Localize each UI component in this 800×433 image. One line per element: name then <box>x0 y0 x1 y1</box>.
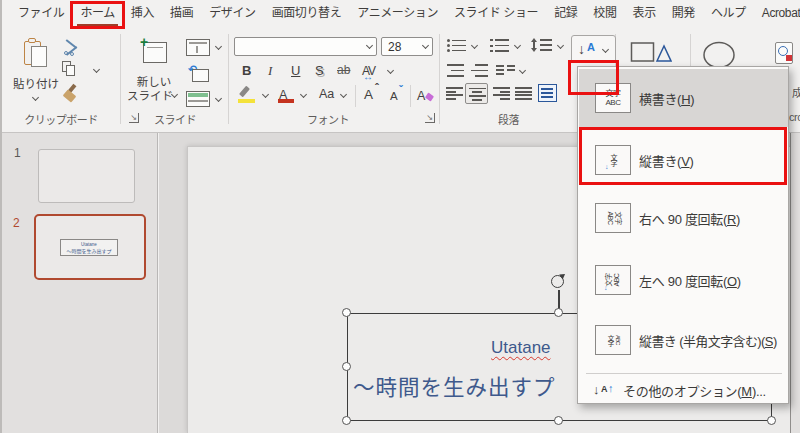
textbox-subtitle-text[interactable]: ～時間を生み出すプ <box>353 370 556 401</box>
vertical-text-icon: 文字 ↓ <box>595 145 631 175</box>
slide-layout-chevron[interactable] <box>215 43 222 50</box>
tab-record[interactable]: 記録 <box>546 0 585 29</box>
cut-icon[interactable] <box>64 41 80 56</box>
strikethrough-button[interactable]: ab <box>337 63 350 77</box>
tab-file[interactable]: ファイル <box>10 0 72 29</box>
handle-mid-left[interactable] <box>342 362 351 371</box>
italic-button[interactable]: I <box>268 63 272 79</box>
small-separator <box>355 85 356 107</box>
columns-icon[interactable] <box>496 64 515 77</box>
menu-item-rotate-right-90[interactable]: 文字ABC 右へ 90 度回転(R) <box>579 189 788 247</box>
character-spacing-chevron[interactable] <box>387 67 394 74</box>
numbered-list-chevron[interactable] <box>514 42 521 49</box>
handle-bottom-left[interactable] <box>342 416 351 425</box>
handle-top-center[interactable] <box>554 308 563 317</box>
align-right-icon[interactable] <box>493 87 510 100</box>
tab-acrobat[interactable]: Acrobat <box>754 0 800 29</box>
slide-2-thumbnail-selected[interactable]: Utatane ～時間を生み出すプ <box>34 214 146 280</box>
tab-home-label: ホーム <box>80 6 114 20</box>
rotate-handle[interactable] <box>551 275 564 288</box>
handle-bottom-center[interactable] <box>554 416 563 425</box>
handle-bottom-right[interactable] <box>767 416 776 425</box>
font-size-combobox[interactable]: 28 <box>381 37 433 56</box>
ribbon-tab-bar: ファイル ホーム 挿入 描画 デザイン 画面切り替え アニメーション スライド … <box>2 0 800 29</box>
grow-font-button[interactable]: A ˆ <box>364 85 382 105</box>
slide-thumbnail-panel: 1 2 Utatane ～時間を生み出すプ <box>2 133 158 433</box>
bullet-list-chevron[interactable] <box>471 42 478 49</box>
tab-developer[interactable]: 開発 <box>664 0 703 29</box>
tab-design[interactable]: デザイン <box>201 0 263 29</box>
numbered-list-icon[interactable] <box>490 39 509 52</box>
paste-button[interactable]: 貼り付け <box>10 35 62 109</box>
slide-1-thumbnail[interactable] <box>38 149 135 203</box>
tab-animations[interactable]: アニメーション <box>349 0 446 29</box>
line-spacing-icon[interactable] <box>531 38 553 53</box>
line-spacing-chevron[interactable] <box>557 42 564 49</box>
font-name-combobox[interactable] <box>234 37 377 56</box>
group-separator <box>120 34 121 124</box>
change-case-button[interactable]: Aa <box>319 87 334 101</box>
section-icon[interactable] <box>186 91 210 107</box>
tab-help[interactable]: ヘルプ <box>703 0 754 29</box>
highlight-pen-chevron[interactable] <box>262 91 269 98</box>
grow-font-label: A <box>364 87 373 102</box>
font-color-chevron[interactable] <box>300 91 307 98</box>
tab-slideshow[interactable]: スライド ショー <box>446 0 546 29</box>
font-group-label: フォント <box>230 111 426 127</box>
align-text-icon[interactable] <box>538 84 557 102</box>
menu-item-rotate-left-90[interactable]: 文字ABC ↓ 左へ 90 度回転(O) <box>579 251 788 309</box>
shrink-font-button[interactable]: A ˇ <box>390 86 408 106</box>
menu-item-vertical[interactable]: 文字 ↓ 縦書き(V) <box>579 131 788 189</box>
text-direction-button[interactable]: ↓ A <box>571 35 616 63</box>
small-separator <box>410 85 411 107</box>
slide-2-number: 2 <box>13 216 20 230</box>
text-direction-chevron[interactable] <box>602 46 609 53</box>
justify-icon[interactable] <box>515 87 532 100</box>
decrease-indent-icon[interactable] <box>447 64 464 77</box>
right-panel-strip <box>790 133 800 433</box>
copy-icon[interactable] <box>62 61 78 78</box>
clear-formatting-button[interactable]: A <box>417 86 435 106</box>
menu-item-horizontal[interactable]: 文字ABC 横書き(H) <box>579 69 788 127</box>
powerpoint-window: ファイル ホーム 挿入 描画 デザイン 画面切り替え アニメーション スライド … <box>0 0 800 433</box>
rotate-right-text-icon: 文字ABC <box>595 203 631 233</box>
tab-draw[interactable]: 描画 <box>162 0 201 29</box>
highlight-pen-icon[interactable] <box>238 86 258 104</box>
increase-indent-icon[interactable] <box>471 64 488 77</box>
tab-view[interactable]: 表示 <box>625 0 664 29</box>
font-color-button[interactable]: A <box>279 85 295 104</box>
oval-shape-icon[interactable] <box>702 41 736 69</box>
paragraph-group-label: 段落 <box>442 111 575 127</box>
align-left-icon[interactable] <box>446 87 463 100</box>
change-case-chevron[interactable] <box>340 91 347 98</box>
tab-insert[interactable]: 挿入 <box>123 0 162 29</box>
align-center-button-selected[interactable] <box>465 83 488 104</box>
text-shadow-button[interactable]: S <box>315 63 324 78</box>
font-size-chevron[interactable] <box>422 42 429 49</box>
new-slide-button[interactable]: + 新しい スライド <box>128 35 180 109</box>
paste-dropdown-chevron[interactable] <box>32 94 39 101</box>
shapes-icon[interactable] <box>630 40 672 64</box>
textbox-title-text[interactable]: Utatane <box>491 338 551 358</box>
character-spacing-button[interactable]: AV ↔ <box>362 61 384 81</box>
pdf-icon[interactable] <box>775 42 797 66</box>
underline-button[interactable]: U <box>291 63 300 78</box>
font-size-value: 28 <box>388 40 401 54</box>
bold-button[interactable]: B <box>242 63 251 78</box>
menu-item-more-options[interactable]: ↓ A ↑ その他のオプション(M)... <box>579 377 788 403</box>
font-name-chevron[interactable] <box>366 42 373 49</box>
columns-chevron[interactable] <box>519 67 526 74</box>
tab-review[interactable]: 校閲 <box>585 0 624 29</box>
tab-transitions[interactable]: 画面切り替え <box>264 0 350 29</box>
handle-top-left[interactable] <box>342 308 351 317</box>
bullet-list-icon[interactable] <box>447 39 466 52</box>
copy-dropdown-chevron[interactable] <box>93 66 100 73</box>
font-dialog-launcher[interactable]: ↘ <box>425 113 435 123</box>
tab-home[interactable]: ホーム <box>72 0 122 29</box>
menu-item-vertical-halfwidth[interactable]: 文字 ABC 縦書き (半角文字含む)(S) <box>579 313 788 367</box>
section-chevron[interactable] <box>215 95 222 102</box>
horizontal-text-icon: 文字ABC <box>595 83 631 113</box>
reset-slide-icon[interactable]: ↶ <box>188 65 210 82</box>
slide-layout-icon[interactable] <box>186 39 210 56</box>
format-painter-icon[interactable] <box>63 84 81 102</box>
